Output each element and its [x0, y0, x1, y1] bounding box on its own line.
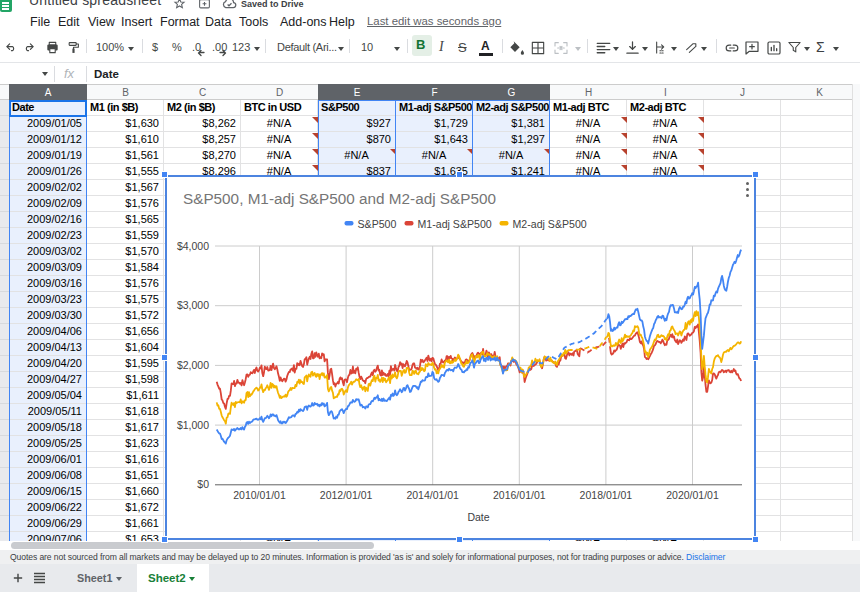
svg-text:S&P500: S&P500	[358, 218, 397, 230]
svg-text:2014/01/01: 2014/01/01	[406, 489, 459, 501]
svg-text:2020/01/01: 2020/01/01	[666, 489, 719, 501]
svg-text:2010/01/01: 2010/01/01	[233, 489, 286, 501]
svg-text:2016/01/01: 2016/01/01	[493, 489, 546, 501]
svg-text:$2,000: $2,000	[177, 359, 209, 371]
svg-text:$0: $0	[197, 478, 209, 490]
svg-text:$3,000: $3,000	[177, 299, 209, 311]
svg-text:M2-adj S&P500: M2-adj S&P500	[513, 218, 587, 230]
svg-text:Date: Date	[467, 511, 489, 523]
svg-text:M1-adj S&P500: M1-adj S&P500	[418, 218, 492, 230]
svg-text:$4,000: $4,000	[177, 240, 209, 252]
svg-text:$1,000: $1,000	[177, 419, 209, 431]
svg-text:2012/01/01: 2012/01/01	[320, 489, 373, 501]
svg-text:2018/01/01: 2018/01/01	[580, 489, 633, 501]
